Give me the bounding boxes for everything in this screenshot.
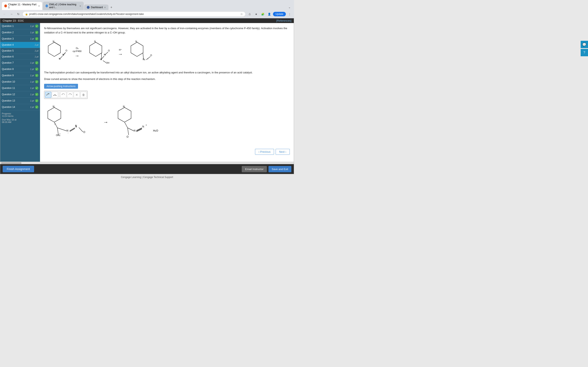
page-footer: Cengage Learning | Cengage Technical Sup…	[0, 174, 294, 180]
share-icon[interactable]: ⎙	[247, 11, 252, 17]
redo-button[interactable]	[67, 92, 73, 98]
profile-icon[interactable]: 👤	[267, 11, 272, 17]
minimize-button[interactable]: ⌄	[287, 4, 292, 10]
scroll-area[interactable]	[0, 162, 294, 164]
svg-marker-1	[48, 42, 61, 57]
tab-close-1[interactable]: ✕	[38, 5, 40, 7]
delete-button[interactable]: ✕	[74, 92, 80, 98]
sidebar-item-label-11: Question 11	[2, 87, 29, 90]
forward-button[interactable]: →	[9, 11, 14, 17]
sidebar-item-2[interactable]: Question 21 pt✓	[0, 29, 40, 36]
tab-close-3[interactable]: ✕	[104, 6, 106, 8]
update-button[interactable]: Update	[273, 12, 286, 16]
tab-chapter11[interactable]: Chapter 11 - Mastery Part 1 ✕	[2, 2, 43, 10]
svg-text:O: O	[150, 54, 152, 57]
tab-owlv2[interactable]: OWLv2 | Online teaching and l... ✕	[43, 2, 84, 10]
top-reaction-diagram: N N N O	[44, 38, 290, 67]
tab-label-3: Dashboard	[91, 6, 103, 9]
finish-assignment-button[interactable]: Finish Assignment	[3, 166, 34, 172]
sidebar-item-5[interactable]: Question 51 pt	[0, 48, 40, 54]
svg-marker-10	[90, 42, 102, 57]
star-icon[interactable]: ☆	[240, 12, 243, 16]
instructions-button[interactable]: Arrow-pushing Instructions	[44, 84, 78, 89]
svg-line-37	[70, 128, 75, 131]
sidebar-item-11[interactable]: Question 111 pt✓	[0, 85, 40, 91]
svg-marker-26	[49, 93, 49, 94]
scroll-thumb[interactable]	[1, 162, 21, 164]
new-tab-button[interactable]: +	[109, 5, 114, 10]
extensions-icon[interactable]: 🧩	[260, 11, 266, 17]
question-text: Draw curved arrows to show the movement …	[44, 77, 290, 81]
sidebar-item-6[interactable]: Question 61 pt	[0, 54, 40, 60]
svg-marker-49	[118, 108, 131, 122]
arrow-label-1: O₂cyt P450	[73, 47, 81, 53]
chapter-label: Chapter 23 - EOC	[3, 19, 24, 22]
sidebar-item-label-13: Question 13	[2, 99, 29, 102]
sidebar-item-13[interactable]: Question 131 pt✓	[0, 98, 40, 104]
sidebar-progress: Progress: 11/14 items Due May 10 at 08:0…	[0, 110, 40, 125]
url-text: prod01-cnow-owl.cengagenow.com/ilrn/take…	[29, 13, 239, 16]
sidebar-item-label-3: Question 3	[2, 37, 29, 40]
arrow-toolbar: ✕ 🗑	[44, 91, 87, 99]
sidebar-item-check-2: ✓	[35, 31, 38, 34]
sidebar-item-10[interactable]: Question 101 pt✓	[0, 79, 40, 85]
save-exit-button[interactable]: Save and Exit	[268, 166, 291, 172]
undo-button[interactable]	[60, 92, 66, 98]
top-bar: Chapter 23 - EOC [References]	[0, 18, 294, 23]
structure-2-svg: N N N O OH	[86, 38, 114, 67]
content-wrapper: Question 11 pt✓Question 21 pt✓Question 3…	[0, 23, 294, 162]
sidebar-item-pts-3: 1 pt	[30, 38, 34, 40]
tab-dashboard[interactable]: Dashboard ✕	[84, 4, 108, 10]
single-arrow-button[interactable]	[45, 92, 51, 98]
svg-text:+: +	[146, 124, 147, 126]
sidebar-item-14[interactable]: Question 141 pt✓	[0, 104, 40, 110]
url-bar[interactable]: 🔒 prod01-cnow-owl.cengagenow.com/ilrn/ta…	[22, 11, 246, 17]
email-instructor-button[interactable]: Email Instructor	[242, 166, 267, 172]
previous-button[interactable]: ‹ Previous	[255, 149, 274, 155]
svg-text:O: O	[127, 135, 129, 138]
sidebar-item-12[interactable]: Question 121 pt✓	[0, 91, 40, 98]
reaction-arrow-1: O₂cyt P450 →	[73, 47, 81, 59]
sidebar-item-4[interactable]: Question 41 pt	[0, 42, 40, 48]
svg-line-50	[125, 122, 128, 128]
browser-chrome: Chapter 11 - Mastery Part 1 ✕ OWLv2 | On…	[0, 0, 294, 18]
svg-line-57	[128, 128, 134, 131]
bookmark-icon[interactable]: ★	[253, 11, 259, 17]
double-arrow-button[interactable]	[52, 92, 58, 98]
sidebar-item-pts-5: 1 pt	[35, 50, 38, 52]
sidebar-item-9[interactable]: Question 91 pt✓	[0, 72, 40, 79]
back-button[interactable]: ←	[2, 11, 7, 17]
sidebar-item-label-14: Question 14	[2, 106, 29, 108]
next-button[interactable]: Next ›	[276, 149, 290, 155]
sidebar-item-8[interactable]: Question 81 pt✓	[0, 66, 40, 72]
mechanism-area[interactable]: N N : N	[44, 101, 290, 143]
sidebar-item-check-11: ✓	[35, 86, 38, 90]
intro-text-2: The hydroxylation product can subsequent…	[44, 71, 290, 75]
sidebar-item-7[interactable]: Question 71 pt✓	[0, 60, 40, 66]
sidebar-item-pts-6: 1 pt	[35, 55, 38, 58]
sidebar-item-label-9: Question 9	[2, 74, 29, 77]
mechanism-left: N N : N	[44, 101, 97, 143]
svg-line-40	[57, 128, 67, 131]
sidebar-item-label-1: Question 1	[2, 25, 29, 27]
menu-icon[interactable]: ⋮	[287, 11, 292, 17]
sidebar-item-check-8: ✓	[35, 67, 38, 71]
sidebar-item-pts-2: 1 pt	[30, 31, 34, 34]
sidebar-item-pts-8: 1 pt	[30, 68, 34, 70]
references-link[interactable]: [References]	[276, 19, 291, 22]
clear-button[interactable]: 🗑	[80, 92, 86, 98]
sidebar-item-check-13: ✓	[35, 99, 38, 102]
lock-icon: 🔒	[25, 13, 28, 16]
svg-line-38	[70, 128, 75, 132]
sidebar-item-3[interactable]: Question 31 pt✓	[0, 36, 40, 42]
reload-button[interactable]: ↻	[16, 11, 21, 17]
sidebar-item-pts-7: 1 pt	[30, 62, 34, 64]
sidebar-item-1[interactable]: Question 11 pt✓	[0, 23, 40, 29]
structure-1: N N N O	[44, 38, 69, 67]
svg-text:OH: OH	[106, 62, 109, 64]
next-label: Next	[279, 150, 285, 153]
bottom-right-buttons: Email Instructor Save and Exit	[242, 166, 291, 172]
svg-text:O: O	[83, 131, 85, 133]
tab-close-2[interactable]: ✕	[79, 5, 81, 7]
sidebar-item-label-8: Question 8	[2, 68, 29, 71]
